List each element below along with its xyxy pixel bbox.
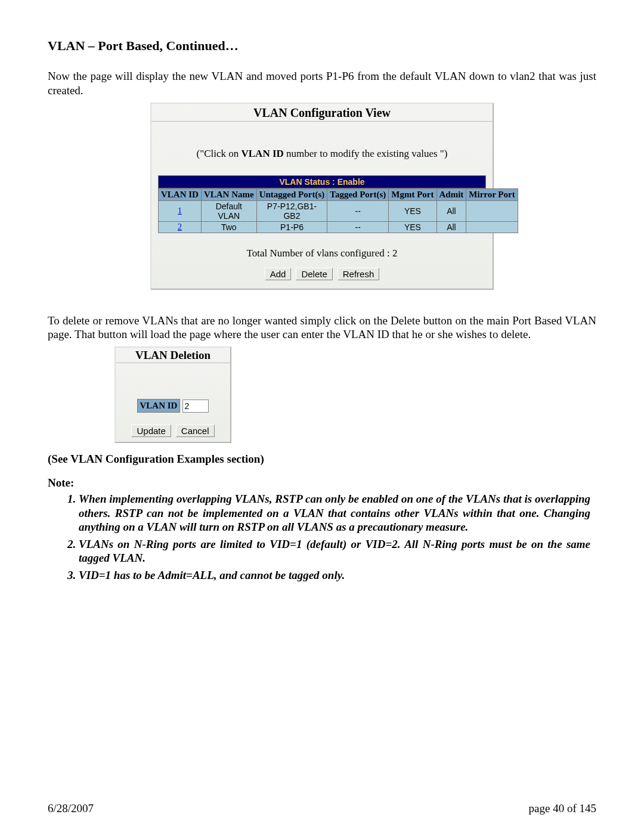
cell-name: Default VLAN	[201, 200, 256, 221]
vlan-id-label: VLAN ID	[137, 399, 181, 413]
vlan-config-hint: ("Click on VLAN ID number to modify the …	[151, 122, 493, 175]
cell-admit: All	[436, 221, 466, 233]
cell-untagged: P1-P6	[256, 221, 327, 233]
hint-suffix: number to modify the existing values ")	[284, 148, 448, 159]
vlan-deletion-title: VLAN Deletion	[116, 348, 230, 363]
col-tagged: Tagged Port(s)	[327, 188, 389, 200]
hint-bold: VLAN ID	[241, 148, 283, 159]
cell-mirror	[466, 200, 518, 221]
note-item: VID=1 has to be Admit=ALL, and cannot be…	[79, 568, 590, 582]
note-item: VLANs on N-Ring ports are limited to VID…	[79, 537, 590, 565]
cancel-button[interactable]: Cancel	[176, 425, 215, 437]
cell-admit: All	[436, 200, 466, 221]
col-vlan-id: VLAN ID	[159, 188, 202, 200]
col-vlan-name: VLAN Name	[201, 188, 256, 200]
vlan-id-input[interactable]	[182, 400, 209, 413]
col-untagged: Untagged Port(s)	[256, 188, 327, 200]
cell-mgmt: YES	[389, 221, 436, 233]
footer-date: 6/28/2007	[48, 802, 94, 815]
col-mgmt: Mgmt Port	[389, 188, 436, 200]
add-button[interactable]: Add	[265, 268, 292, 280]
vlan-id-link[interactable]: 2	[159, 221, 202, 233]
vlan-table: VLAN ID VLAN Name Untagged Port(s) Tagge…	[158, 188, 518, 233]
footer-page: page 40 of 145	[529, 802, 596, 815]
vlan-config-panel: VLAN Configuration View ("Click on VLAN …	[150, 103, 494, 290]
delete-paragraph: To delete or remove VLANs that are no lo…	[48, 314, 596, 342]
cell-mgmt: YES	[389, 200, 436, 221]
cell-name: Two	[201, 221, 256, 233]
table-row: 1 Default VLAN P7-P12,GB1-GB2 -- YES All	[159, 200, 518, 221]
note-list: When implementing overlapping VLANs, RST…	[63, 492, 596, 582]
vlan-deletion-panel: VLAN Deletion VLAN ID Update Cancel	[114, 346, 231, 443]
cell-tagged: --	[327, 200, 389, 221]
refresh-button[interactable]: Refresh	[338, 268, 380, 280]
table-row: 2 Two P1-P6 -- YES All	[159, 221, 518, 233]
col-admit: Admit	[436, 188, 466, 200]
cell-untagged: P7-P12,GB1-GB2	[256, 200, 327, 221]
vlan-config-title: VLAN Configuration View	[151, 104, 493, 122]
see-section: (See VLAN Configuration Examples section…	[48, 453, 596, 466]
cell-tagged: --	[327, 221, 389, 233]
hint-prefix: ("Click on	[197, 148, 242, 159]
col-mirror: Mirror Port	[466, 188, 518, 200]
update-button[interactable]: Update	[131, 425, 171, 437]
intro-paragraph: Now the page will display the new VLAN a…	[48, 69, 596, 98]
vlan-id-link[interactable]: 1	[159, 200, 202, 221]
note-item: When implementing overlapping VLANs, RST…	[79, 492, 590, 534]
cell-mirror	[466, 221, 518, 233]
delete-button[interactable]: Delete	[296, 268, 332, 280]
vlan-status-bar: VLAN Status : Enable	[158, 175, 486, 188]
vlan-total-text: Total Number of vlans configured : 2	[151, 247, 493, 259]
page-heading: VLAN – Port Based, Continued…	[48, 38, 596, 54]
note-label: Note:	[48, 476, 596, 490]
